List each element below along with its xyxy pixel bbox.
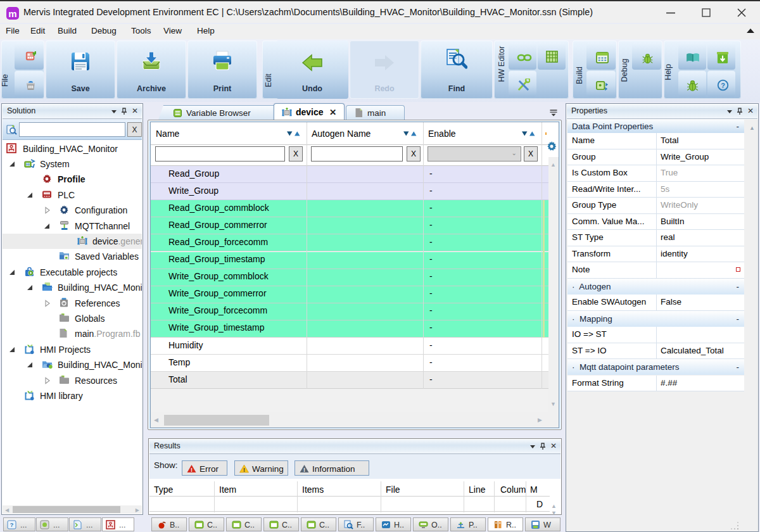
svg-text:?: ? <box>721 82 725 89</box>
svg-text:!: ! <box>243 467 245 473</box>
svg-text:?: ? <box>10 522 14 528</box>
svg-text:!: ! <box>191 467 193 473</box>
svg-text:!: ! <box>303 467 305 473</box>
